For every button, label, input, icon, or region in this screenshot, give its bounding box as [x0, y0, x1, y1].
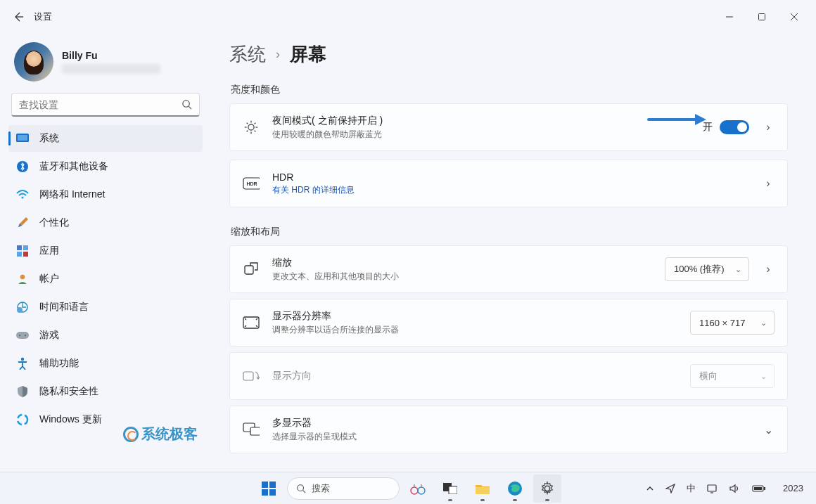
hdr-title: HDR — [272, 172, 749, 183]
taskbar-search[interactable]: 搜索 — [287, 477, 400, 500]
section-brightness-title: 亮度和颜色 — [231, 84, 788, 96]
svg-rect-34 — [449, 486, 457, 494]
sidebar-item-system[interactable]: 系统 — [8, 125, 203, 152]
maximize-button[interactable] — [746, 6, 778, 28]
sidebar-label: 辅助功能 — [39, 357, 79, 370]
accessibility-icon — [15, 356, 30, 370]
sidebar-item-bluetooth[interactable]: 蓝牙和其他设备 — [8, 153, 203, 180]
chevron-right-icon: › — [276, 47, 280, 62]
profile-email-blurred — [62, 64, 160, 74]
taskbar-settings[interactable] — [533, 474, 561, 503]
shield-icon — [15, 385, 30, 399]
orientation-title: 显示方向 — [272, 370, 677, 382]
svg-rect-29 — [269, 489, 276, 496]
minimize-button[interactable] — [713, 6, 746, 28]
svg-rect-27 — [269, 482, 276, 488]
tray-battery-icon[interactable] — [749, 482, 769, 496]
scale-icon — [243, 261, 260, 277]
close-button[interactable] — [778, 6, 810, 28]
taskbar-search-label: 搜索 — [312, 482, 330, 495]
svg-rect-23 — [243, 372, 253, 380]
update-icon — [15, 413, 30, 427]
sidebar-label: 蓝牙和其他设备 — [39, 160, 108, 173]
row-scale[interactable]: 缩放 更改文本、应用和其他项目的大小 100% (推荐) ⌄ › — [230, 246, 787, 292]
orientation-value: 横向 — [699, 370, 718, 382]
chevron-right-icon[interactable]: › — [762, 177, 774, 190]
taskbar-widget[interactable] — [404, 474, 432, 503]
scale-dropdown[interactable]: 100% (推荐) ⌄ — [665, 257, 749, 281]
svg-rect-13 — [16, 332, 29, 339]
svg-rect-28 — [262, 489, 268, 496]
breadcrumb-current: 屏幕 — [290, 42, 326, 67]
tray-volume-icon[interactable] — [727, 481, 744, 496]
svg-point-1 — [183, 101, 189, 107]
svg-rect-8 — [17, 252, 22, 257]
row-night-light[interactable]: 夜间模式( 之前保持开启 ) 使用较暖的颜色帮助屏蔽蓝光 开 › — [230, 104, 787, 150]
tray-overflow[interactable] — [643, 482, 657, 496]
start-button[interactable] — [255, 474, 283, 503]
row-hdr[interactable]: HDR HDR 有关 HDR 的详细信息 › — [230, 160, 787, 207]
multi-display-icon — [243, 422, 260, 437]
hdr-link[interactable]: 有关 HDR 的详细信息 — [272, 184, 749, 196]
search-box[interactable] — [11, 93, 200, 117]
tray-network-icon[interactable] — [704, 481, 721, 496]
profile-block[interactable]: Billy Fu — [8, 39, 203, 90]
resolution-sub: 调整分辨率以适合所连接的显示器 — [272, 324, 677, 336]
multi-sub: 选择显示器的呈现模式 — [272, 431, 749, 443]
chevron-down-icon[interactable]: ⌄ — [762, 423, 774, 437]
svg-point-15 — [25, 335, 26, 336]
row-multi-display[interactable]: 多显示器 选择显示器的呈现模式 ⌄ — [230, 406, 787, 453]
sidebar-item-time-language[interactable]: 时间和语言 — [8, 294, 203, 321]
row-resolution[interactable]: 显示器分辨率 调整分辨率以适合所连接的显示器 816 × 504 ⌄ — [230, 299, 787, 346]
sidebar-item-apps[interactable]: 应用 — [8, 238, 203, 264]
tray-clock[interactable]: 2023 — [780, 480, 806, 496]
sidebar-label: 网络和 Internet — [39, 188, 105, 201]
svg-point-12 — [17, 307, 23, 313]
svg-point-30 — [298, 484, 304, 491]
apps-icon — [15, 244, 30, 258]
svg-point-31 — [411, 487, 418, 494]
svg-point-18 — [248, 124, 254, 130]
sidebar-label: 应用 — [39, 245, 59, 257]
search-input[interactable] — [19, 99, 181, 110]
sidebar-label: 个性化 — [39, 217, 69, 229]
orientation-icon — [243, 370, 260, 382]
multi-title: 多显示器 — [272, 417, 749, 429]
svg-rect-0 — [759, 14, 765, 20]
svg-rect-3 — [18, 135, 27, 141]
wifi-icon — [15, 188, 30, 202]
sidebar-item-accounts[interactable]: 帐户 — [8, 266, 203, 292]
taskbar-taskview[interactable] — [436, 474, 464, 503]
scale-value: 100% (推荐) — [674, 263, 725, 276]
svg-rect-37 — [708, 485, 716, 491]
night-light-toggle[interactable] — [720, 120, 749, 134]
resolution-dropdown[interactable]: 816 × 504 ⌄ — [690, 311, 774, 335]
svg-rect-22 — [243, 317, 259, 328]
taskbar-edge[interactable] — [501, 474, 529, 503]
brush-icon — [15, 216, 30, 230]
sidebar-item-privacy[interactable]: 隐私和安全性 — [8, 378, 203, 405]
tray-location-icon[interactable] — [663, 481, 678, 496]
orientation-dropdown: 横向 ⌄ — [690, 364, 774, 388]
sidebar-item-network[interactable]: 网络和 Internet — [8, 181, 203, 208]
svg-point-16 — [21, 358, 24, 361]
watermark-icon — [123, 427, 139, 442]
chevron-right-icon[interactable]: › — [762, 121, 774, 134]
sidebar-label: 隐私和安全性 — [39, 385, 98, 398]
taskbar: 搜索 中 2023 — [0, 472, 816, 504]
back-button[interactable] — [6, 4, 31, 30]
svg-point-32 — [418, 487, 425, 494]
svg-rect-39 — [764, 487, 765, 490]
sidebar-item-accessibility[interactable]: 辅助功能 — [8, 350, 203, 377]
night-light-icon — [243, 119, 260, 135]
taskbar-explorer[interactable] — [468, 474, 497, 503]
svg-rect-9 — [23, 252, 28, 257]
chevron-right-icon[interactable]: › — [762, 263, 774, 276]
sidebar-item-personalization[interactable]: 个性化 — [8, 209, 203, 236]
sidebar-item-gaming[interactable]: 游戏 — [8, 322, 203, 349]
chevron-down-icon: ⌄ — [760, 372, 767, 381]
svg-rect-35 — [476, 487, 490, 494]
breadcrumb-parent[interactable]: 系统 — [229, 42, 266, 67]
tray-ime[interactable]: 中 — [684, 479, 699, 498]
search-icon — [181, 99, 192, 110]
